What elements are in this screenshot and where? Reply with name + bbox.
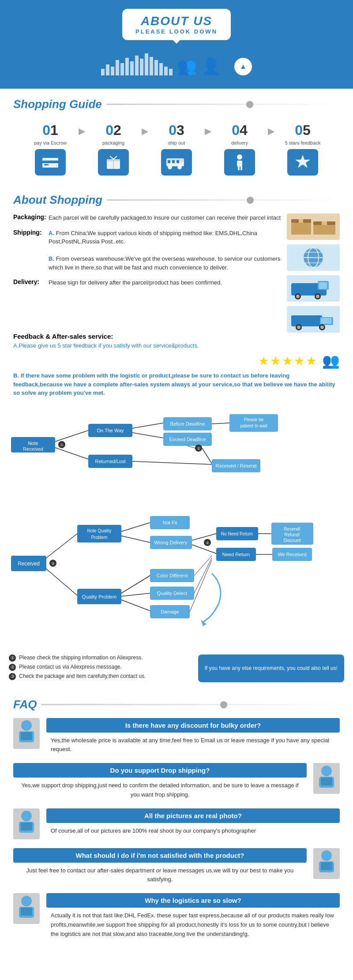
note-3: ③ Check the package and item carefully,t… [9,673,192,680]
faq-title-dot [220,701,227,708]
step-4: 04 delivery [211,122,268,176]
svg-text:Quality Delect: Quality Delect [157,591,187,596]
svg-line-63 [212,423,229,424]
step-1-icon [35,149,66,176]
svg-text:②: ② [206,541,209,545]
faq-avatar-4 [313,848,340,879]
arrow-2: ▶ [142,122,148,136]
svg-rect-10 [168,160,170,163]
svg-point-120 [321,766,332,776]
svg-text:Returned/Lost: Returned/Lost [95,459,125,464]
requirements-text: If you have any else requirements, you c… [205,665,338,671]
note-1-num: ① [9,655,16,662]
faq-item-2: Do you support Drop shipping? Yes,we sup… [13,763,340,800]
play-button[interactable]: ▲ [234,58,252,75]
svg-line-67 [202,448,212,464]
step-1: 01 pay via Escrow [22,122,79,176]
svg-line-88 [121,576,150,593]
svg-point-129 [21,896,32,906]
faq-question-2: Do you support Drop shipping? [13,763,307,778]
flow-svg-2: Received ③ Note Quality Problem Quality … [9,498,335,644]
step-5-number: 05 [295,122,311,138]
svg-point-13 [237,154,242,160]
svg-rect-122 [321,778,332,785]
svg-text:③: ③ [51,561,55,566]
svg-text:Discount: Discount [284,538,301,543]
faq-content-3: All the pictures are real photo? Of cour… [46,808,340,836]
speech-bubble: ABOUT US PLEASE LOOK DOWN [122,9,231,40]
faq-title: FAQ [13,698,340,711]
svg-text:Note Quality: Note Quality [87,528,111,533]
svg-text:②: ② [197,446,200,451]
faq-title-line [41,704,340,705]
svg-text:Received / Resend: Received / Resend [216,463,257,468]
shipping-row: Shipping: A. From China:We support vario… [13,229,282,272]
svg-text:Not Fit: Not Fit [163,520,177,525]
delivery-van-image [287,306,340,333]
arrow-4: ▶ [268,122,274,136]
svg-text:Note: Note [28,441,38,446]
step-1-number: 01 [42,122,58,138]
svg-rect-14 [237,161,242,167]
svg-text:Color Different: Color Different [157,573,188,578]
svg-line-76 [46,569,77,595]
star-rating: ★★★★★ [258,354,318,368]
steps-container: 01 pay via Escrow ▶ 02 packaging [13,118,340,180]
svg-text:Need Return: Need Return [222,552,250,557]
about-shopping-title: About Shopping [13,193,340,207]
step-1-label: pay via Escrow [34,140,67,146]
step-5-label: 5 stars feedback [285,140,321,146]
step-4-icon [224,149,255,176]
title-dot [246,101,253,108]
step-4-number: 04 [232,122,248,138]
step-4-label: delivery [231,140,248,146]
feedback-section: Feedback & After-sales service: A.Please… [13,333,340,397]
note-2-text: Please contact us via Aliexpress messsag… [19,664,122,670]
about-title-line [107,199,340,201]
shipping-content: A. From China:We support various kinds o… [49,229,282,272]
flow-diagram-2: Received ③ Note Quality Problem Quality … [0,496,353,652]
arrow-3: ▶ [205,122,211,136]
svg-point-117 [21,720,32,731]
svg-rect-12 [176,160,179,163]
faq-question-1: Is there have any discount for bulky ord… [46,718,340,733]
notes-list: ① Please check the shipping information … [9,655,192,682]
svg-text:Damage: Damage [161,609,179,614]
note-3-num: ③ [9,673,16,680]
svg-rect-20 [299,219,303,223]
side-images [287,213,340,333]
svg-rect-128 [321,862,332,870]
requirements-box: If you have any else requirements, you c… [198,655,345,682]
note-1: ① Please check the shipping information … [9,655,192,662]
shipping-label: Shipping: [13,229,49,272]
svg-rect-23 [322,221,327,225]
person-group-icon: 👥 [177,57,197,75]
step-2: 02 packaging [85,122,142,176]
delivery-content: Please sign for delivery after the parce… [49,278,282,287]
svg-line-98 [192,545,216,554]
svg-text:Received: Received [18,561,40,567]
faq-question-4: What should i do if i'm not satisfied wi… [13,848,307,863]
faq-answer-1: Yes,the wholesale price is available at … [46,736,340,755]
faq-answer-4: Just feel free to contact our after-sale… [13,866,307,885]
header-title: ABOUT US [135,14,218,28]
step-3-label: ship out [168,140,185,146]
svg-point-8 [168,165,172,169]
step-2-icon [98,149,129,176]
svg-text:No Need Return: No Need Return [221,531,253,536]
faq-avatar-1 [13,718,40,749]
svg-line-89 [121,593,150,596]
about-text-block: Packaging: Each parcel will be carefully… [13,213,282,333]
step-3-icon [161,149,192,176]
faq-avatar-3 [13,808,40,839]
packaging-label: Packaging: [13,213,49,222]
svg-line-66 [188,446,195,448]
svg-text:Please be: Please be [244,417,264,422]
note-3-text: Check the package and item carefully,the… [19,673,146,679]
svg-rect-35 [319,282,327,289]
svg-point-32 [296,295,300,298]
faq-item-3: All the pictures are real photo? Of cour… [13,808,340,839]
svg-rect-131 [21,908,32,916]
faq-section: FAQ Is there have any discount for bulky… [0,689,353,957]
svg-marker-17 [295,155,310,168]
